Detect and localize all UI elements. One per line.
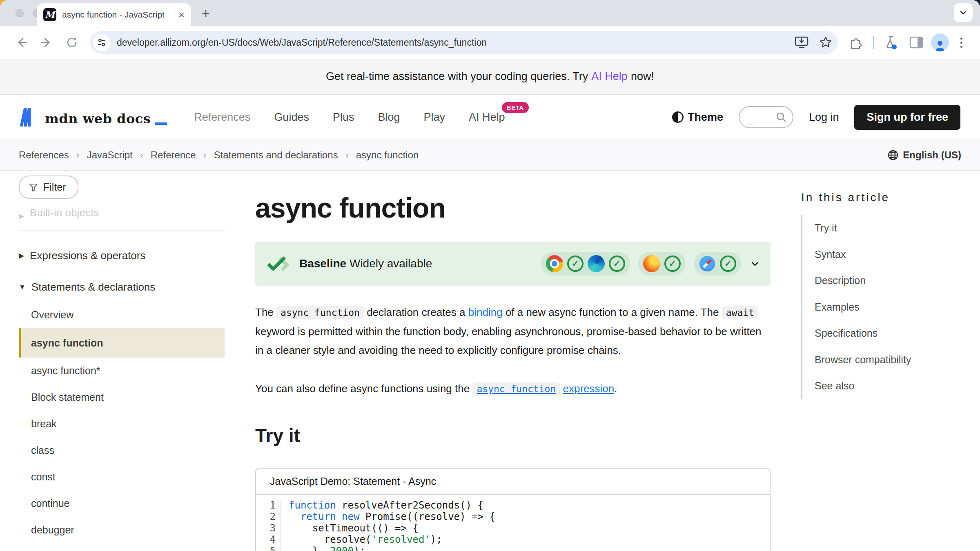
token-pl: resolveAfter2Seconds() { xyxy=(336,500,483,511)
mdn-logo[interactable]: mdn web docs xyxy=(20,108,167,127)
token-pl: resolve( xyxy=(289,534,371,545)
filter-button[interactable]: Filter xyxy=(19,176,78,199)
second-paragraph: You can also define async functions usin… xyxy=(255,379,771,398)
toc-item-description[interactable]: Description xyxy=(815,267,964,294)
sidebar-section-expressions-operators[interactable]: ▶Expressions & operators xyxy=(19,249,225,262)
tab-close-icon[interactable]: × xyxy=(178,9,185,20)
page-title: async function xyxy=(255,192,771,224)
text-link-binding[interactable]: binding xyxy=(468,306,503,318)
breadcrumb-bar: References›JavaScript›Reference›Statemen… xyxy=(0,140,980,171)
url-text[interactable]: developer.allizom.org/en-US/docs/Web/Jav… xyxy=(117,37,790,48)
ai-help-link[interactable]: AI Help xyxy=(591,70,628,83)
sidebar-section-label: Expressions & operators xyxy=(30,249,145,262)
sidebar-item-async-function[interactable]: async function* xyxy=(19,358,225,384)
toc-item-browser-compatibility[interactable]: Browser compatibility xyxy=(815,347,964,373)
code-link-async-function[interactable]: async function xyxy=(472,382,560,395)
site-settings-icon[interactable] xyxy=(93,34,110,51)
breadcrumb-item-statements-and-declarations[interactable]: Statements and declarations xyxy=(214,149,338,161)
toc-item-try-it[interactable]: Try it xyxy=(815,215,964,241)
side-panel-icon xyxy=(909,36,923,49)
interactive-demo: JavaScript Demo: Statement - Async 12345… xyxy=(255,468,771,551)
token-pl: }, xyxy=(289,545,330,551)
token-str: 'resolved' xyxy=(371,534,430,545)
toc-item-examples[interactable]: Examples xyxy=(815,294,964,320)
puzzle-icon xyxy=(849,36,863,49)
promo-text-before: Get real-time assistance with your codin… xyxy=(326,70,588,83)
toc-item-see-also[interactable]: See also xyxy=(815,373,964,399)
experiments-button[interactable] xyxy=(880,32,902,53)
browser-toolbar: developer.allizom.org/en-US/docs/Web/Jav… xyxy=(0,26,980,59)
search-input[interactable]: _ xyxy=(739,106,793,128)
line-number: 3 xyxy=(256,522,276,534)
sidebar-item-overview[interactable]: Overview xyxy=(19,302,225,328)
nav-item-plus[interactable]: Plus xyxy=(333,111,354,124)
code-line: resolve('resolved'); xyxy=(289,534,495,545)
code-line: function resolveAfter2Seconds() { xyxy=(289,500,495,511)
breadcrumb-separator: › xyxy=(345,149,349,161)
sidebar-section-built-in-objects[interactable]: ▶Built-in objects xyxy=(19,205,225,220)
back-button[interactable] xyxy=(11,32,32,53)
sidebar-item-break[interactable]: break xyxy=(19,411,225,437)
sidebar-item-class[interactable]: class xyxy=(19,437,225,464)
profile-avatar[interactable] xyxy=(931,33,949,51)
breadcrumb-item-references[interactable]: References xyxy=(19,149,69,161)
address-bar[interactable]: developer.allizom.org/en-US/docs/Web/Jav… xyxy=(90,31,838,54)
token-kw: new xyxy=(342,511,359,522)
browser-pill: ✓✓ xyxy=(541,252,630,276)
code-line: return new Promise((resolve) => { xyxy=(289,511,495,522)
browser-menu-button[interactable] xyxy=(953,32,969,53)
breadcrumb-item-reference[interactable]: Reference xyxy=(151,149,196,161)
new-tab-button[interactable]: + xyxy=(202,5,210,21)
browser-support-icons: ✓✓✓✓ xyxy=(541,252,741,276)
text-link-expression[interactable]: expression xyxy=(563,382,615,395)
theme-toggle[interactable]: Theme xyxy=(672,111,723,124)
sidebar-item-const[interactable]: const xyxy=(19,464,225,490)
site-header: mdn web docs ReferencesGuidesPlusBlogPla… xyxy=(0,95,980,140)
toc-item-specifications[interactable]: Specifications xyxy=(815,320,964,347)
bookmark-star-icon[interactable] xyxy=(819,36,832,49)
breadcrumb-separator: › xyxy=(76,149,80,161)
support-check-icon: ✓ xyxy=(567,256,584,272)
close-window-button[interactable] xyxy=(16,9,24,17)
nav-item-ai-help[interactable]: AI HelpBETA xyxy=(469,111,505,124)
baseline-banner: Baseline Widely available ✓✓✓✓ xyxy=(255,242,771,286)
code-editor[interactable]: 123456 function resolveAfter2Seconds() {… xyxy=(256,495,770,551)
chevron-collapsed-icon: ▶ xyxy=(19,212,24,220)
login-link[interactable]: Log in xyxy=(809,111,839,124)
sidebar-item-continue[interactable]: continue xyxy=(19,490,225,517)
sidebar: Filter ▶Built-in objects▶Expressions & o… xyxy=(19,173,225,551)
nav-item-references[interactable]: References xyxy=(194,111,250,124)
promo-text-after: now! xyxy=(631,70,654,83)
browser-tab[interactable]: M async function - JavaScript | × xyxy=(37,3,191,26)
extensions-button[interactable] xyxy=(845,32,866,53)
sidebar-section-label: Statements & declarations xyxy=(31,281,156,293)
nav-item-play[interactable]: Play xyxy=(424,111,445,124)
safari-icon xyxy=(699,255,716,272)
toc-item-syntax[interactable]: Syntax xyxy=(815,241,964,268)
sidebar-section-statements-declarations[interactable]: ▼Statements & declarations xyxy=(19,281,225,293)
baseline-expand-chevron-icon[interactable] xyxy=(750,259,760,269)
nav-item-guides[interactable]: Guides xyxy=(274,111,309,124)
forward-button[interactable] xyxy=(36,32,57,53)
signup-button[interactable]: Sign up for free xyxy=(854,105,960,130)
mdn-logo-wordmark: mdn web docs xyxy=(45,111,151,127)
line-number: 5 xyxy=(256,545,276,551)
code-lines[interactable]: function resolveAfter2Seconds() { return… xyxy=(281,500,495,551)
sidebar-item-debugger[interactable]: debugger xyxy=(19,517,225,543)
demo-title: JavaScript Demo: Statement - Async xyxy=(256,469,770,495)
sidebar-item-async-function[interactable]: async function xyxy=(19,328,225,358)
sidebar-item-block-statement[interactable]: Block statement xyxy=(19,384,225,411)
side-panel-button[interactable] xyxy=(906,32,927,53)
sidebar-item-do-while[interactable]: do...while xyxy=(19,543,225,551)
tab-search-button[interactable] xyxy=(954,3,973,22)
language-selector[interactable]: English (US) xyxy=(887,149,961,161)
reload-button[interactable] xyxy=(61,32,82,53)
baseline-icon xyxy=(266,255,291,272)
filter-label: Filter xyxy=(43,181,66,193)
breadcrumb-item-async-function[interactable]: async function xyxy=(356,149,419,161)
theme-label: Theme xyxy=(688,111,723,124)
nav-item-blog[interactable]: Blog xyxy=(378,111,400,124)
inline-code: await xyxy=(722,306,758,319)
breadcrumb-item-javascript[interactable]: JavaScript xyxy=(87,149,133,161)
install-icon[interactable] xyxy=(795,36,808,49)
